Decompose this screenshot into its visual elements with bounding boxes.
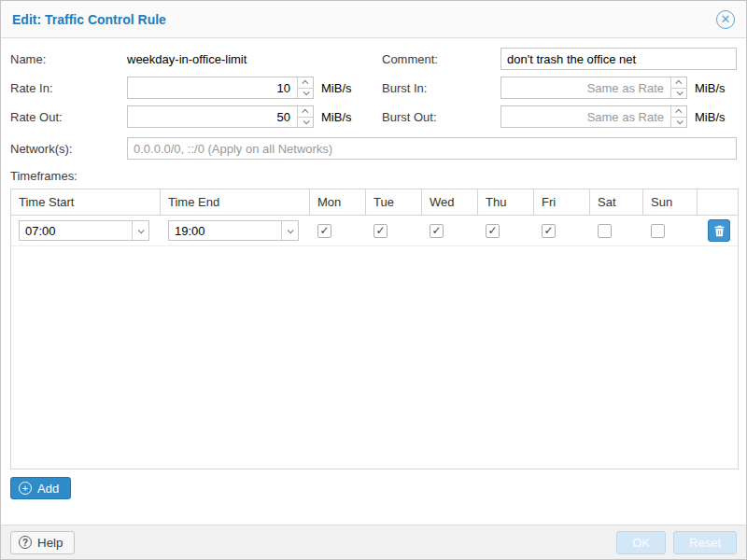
- dialog-titlebar: Edit: Traffic Control Rule ✕: [1, 1, 746, 38]
- checkbox-sat[interactable]: [598, 224, 612, 238]
- column-header-wed[interactable]: Wed: [422, 189, 478, 215]
- spinner-up-icon[interactable]: [302, 108, 308, 115]
- plus-circle-icon: +: [19, 482, 32, 495]
- checkbox-sun[interactable]: [651, 224, 665, 238]
- name-value: weekday-in-office-limit: [127, 52, 247, 66]
- timeframes-grid: Time Start Time End Mon Tue Wed Thu Fri …: [10, 189, 739, 469]
- spinner-up-icon[interactable]: [675, 108, 682, 115]
- chevron-down-icon[interactable]: [132, 221, 148, 240]
- dialog-body: Name: weekday-in-office-limit Comment: R…: [1, 38, 746, 509]
- burst-out-input[interactable]: [500, 105, 687, 128]
- spinner-up-icon[interactable]: [675, 79, 682, 86]
- burst-in-unit: MiB/s: [695, 81, 726, 95]
- column-header-tue[interactable]: Tue: [366, 189, 422, 215]
- spinner-up-icon[interactable]: [302, 79, 308, 86]
- rate-in-unit: MiB/s: [321, 81, 352, 95]
- ok-button[interactable]: OK: [616, 531, 666, 554]
- help-button-label: Help: [37, 536, 63, 550]
- column-header-mon[interactable]: Mon: [310, 189, 366, 215]
- reset-button[interactable]: Reset: [673, 531, 737, 554]
- column-header-time-start[interactable]: Time Start: [11, 189, 161, 215]
- burst-in-spinner[interactable]: [670, 77, 686, 98]
- delete-row-button[interactable]: [708, 219, 730, 242]
- timeframes-label: Timeframes:: [10, 169, 737, 183]
- question-circle-icon: ?: [19, 536, 32, 549]
- column-header-sat[interactable]: Sat: [590, 189, 643, 215]
- checkbox-wed[interactable]: [430, 224, 444, 238]
- rate-out-unit: MiB/s: [321, 110, 352, 124]
- dialog-footer: ? Help OK Reset: [1, 525, 746, 559]
- time-start-value: 07:00: [20, 224, 132, 238]
- column-header-fri[interactable]: Fri: [534, 189, 590, 215]
- comment-label: Comment:: [382, 52, 500, 66]
- comment-input[interactable]: [500, 48, 737, 70]
- spinner-down-icon[interactable]: [303, 119, 309, 125]
- burst-in-label: Burst In:: [382, 81, 500, 95]
- time-start-combo[interactable]: 07:00: [19, 220, 149, 241]
- time-end-combo[interactable]: 19:00: [168, 220, 299, 241]
- networks-label: Network(s):: [10, 142, 127, 156]
- rate-out-spinner[interactable]: [297, 106, 313, 127]
- grid-empty-area: [11, 246, 738, 469]
- help-button[interactable]: ? Help: [10, 531, 75, 554]
- grid-header: Time Start Time End Mon Tue Wed Thu Fri …: [11, 189, 738, 216]
- networks-input[interactable]: [127, 137, 737, 160]
- burst-in-input[interactable]: [500, 77, 687, 99]
- edit-traffic-control-rule-dialog: Edit: Traffic Control Rule ✕ Name: weekd…: [0, 0, 747, 560]
- checkbox-fri[interactable]: [542, 224, 556, 238]
- column-header-actions: [698, 189, 738, 215]
- rate-out-input[interactable]: [127, 105, 314, 128]
- close-icon[interactable]: ✕: [716, 10, 735, 29]
- time-end-value: 19:00: [169, 224, 281, 238]
- spinner-down-icon[interactable]: [676, 119, 683, 125]
- column-header-time-end[interactable]: Time End: [161, 189, 310, 215]
- rate-in-input[interactable]: [127, 77, 314, 99]
- add-button[interactable]: + Add: [10, 477, 71, 499]
- spinner-down-icon[interactable]: [676, 90, 683, 96]
- dialog-title: Edit: Traffic Control Rule: [12, 12, 716, 27]
- timeframe-row: 07:00 19:00: [11, 216, 738, 246]
- name-label: Name:: [10, 52, 127, 66]
- column-header-sun[interactable]: Sun: [643, 189, 698, 215]
- spinner-down-icon[interactable]: [303, 90, 309, 96]
- checkbox-mon[interactable]: [317, 224, 331, 238]
- rate-in-label: Rate In:: [10, 81, 127, 95]
- burst-out-label: Burst Out:: [382, 110, 500, 124]
- burst-out-unit: MiB/s: [695, 110, 726, 124]
- column-header-thu[interactable]: Thu: [478, 189, 534, 215]
- burst-out-spinner[interactable]: [670, 106, 686, 127]
- trash-icon: [713, 225, 726, 237]
- rate-in-spinner[interactable]: [297, 77, 313, 98]
- chevron-down-icon[interactable]: [281, 221, 298, 240]
- checkbox-thu[interactable]: [486, 224, 500, 238]
- checkbox-tue[interactable]: [374, 224, 388, 238]
- add-button-label: Add: [37, 482, 59, 496]
- rate-out-label: Rate Out:: [10, 110, 127, 124]
